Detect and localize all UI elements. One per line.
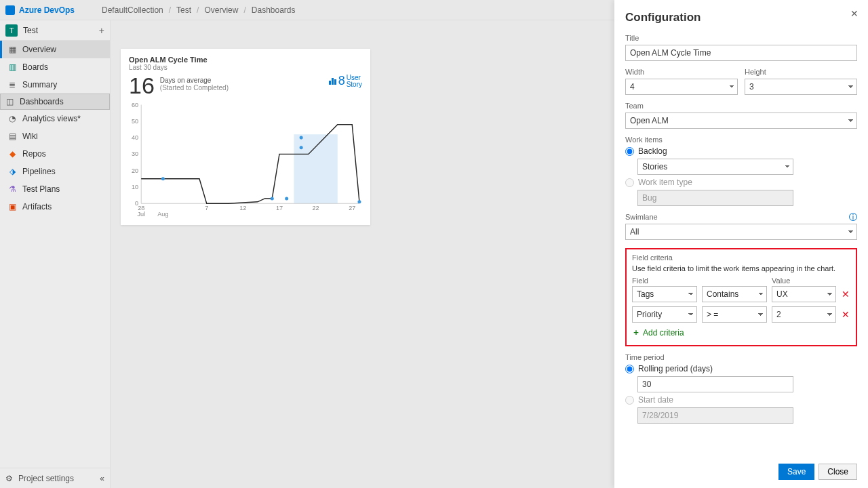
start-date-input — [637, 407, 793, 424]
label-swimlane: Swimlanei — [625, 213, 857, 221]
widget-title: Open ALM Cycle Time — [129, 56, 362, 64]
breadcrumb: DefaultCollection/ Test/ Overview/ Dashb… — [102, 5, 296, 15]
nav-wiki[interactable]: ▤Wiki — [0, 127, 110, 145]
nav-repos[interactable]: ◆Repos — [0, 145, 110, 163]
label-field-criteria: Field criteria — [632, 253, 850, 262]
boards-icon: ▥ — [7, 62, 17, 72]
label-width: Width — [625, 68, 738, 76]
widget-big-desc: Days on average (Started to Completed) — [160, 77, 229, 92]
header-right-slot — [595, 3, 614, 18]
criteria-op-select[interactable]: Contains — [702, 286, 767, 302]
field-criteria-desc: Use field criteria to limit the work ite… — [632, 264, 850, 272]
analytics-icon: ◔ — [7, 114, 17, 123]
nav-overview[interactable]: ▦Overview — [0, 41, 110, 58]
crumb-page[interactable]: Dashboards — [252, 5, 296, 15]
svg-text:40: 40 — [132, 134, 138, 141]
label-height: Height — [745, 68, 857, 76]
project-icon: T — [5, 24, 18, 37]
criteria-row: Tags Contains UX ✕ — [632, 286, 850, 302]
project-settings[interactable]: ⚙ Project settings « — [0, 468, 110, 488]
radio-start-date[interactable]: Start date — [625, 395, 857, 405]
criteria-value-select[interactable]: UX — [772, 286, 836, 302]
left-nav: T Test + ▦Overview ▥Boards ≣Summary ◫Das… — [0, 20, 111, 488]
close-icon[interactable]: ✕ — [850, 8, 859, 19]
label-time-period: Time period — [625, 353, 857, 361]
delete-criteria-icon[interactable]: ✕ — [841, 289, 850, 300]
cycle-time-widget[interactable]: Open ALM Cycle Time Last 30 days 16 Days… — [121, 49, 370, 225]
bars-icon — [329, 77, 337, 85]
nav-dashboards[interactable]: ◫Dashboards — [0, 94, 110, 110]
crumb-section[interactable]: Overview — [204, 5, 238, 15]
svg-point-23 — [357, 200, 361, 203]
brand-label[interactable]: Azure DevOps — [19, 5, 75, 15]
panel-title: Configuration — [625, 11, 857, 24]
label-workitems: Work items — [625, 136, 857, 144]
svg-text:60: 60 — [132, 102, 138, 108]
summary-icon: ≣ — [7, 80, 17, 89]
svg-point-19 — [271, 197, 274, 200]
criteria-field-select[interactable]: Priority — [632, 306, 697, 323]
plus-icon: ＋ — [632, 327, 640, 338]
svg-text:30: 30 — [132, 150, 138, 157]
save-button[interactable]: Save — [778, 464, 814, 480]
artifacts-icon: ▣ — [7, 202, 17, 211]
add-criteria-button[interactable]: ＋Add criteria — [632, 327, 850, 338]
cycle-time-chart: 010203040506028JulAug712172227 — [129, 101, 362, 220]
close-button[interactable]: Close — [818, 464, 857, 480]
radio-rolling[interactable]: Rolling period (days) — [625, 364, 857, 373]
radio-wit[interactable]: Work item type — [625, 178, 857, 187]
azure-devops-logo-icon — [5, 5, 15, 15]
svg-text:10: 10 — [132, 184, 138, 190]
project-selector[interactable]: T Test + — [0, 20, 110, 41]
svg-text:17: 17 — [276, 205, 283, 211]
svg-text:27: 27 — [349, 205, 355, 211]
crumb-collection[interactable]: DefaultCollection — [102, 5, 163, 15]
svg-text:12: 12 — [239, 205, 246, 211]
nav-analytics[interactable]: ◔Analytics views* — [0, 110, 110, 127]
height-select[interactable]: 3 — [745, 79, 857, 95]
criteria-row: Priority > = 2 ✕ — [632, 306, 850, 323]
svg-text:50: 50 — [132, 118, 138, 125]
nav-testplans[interactable]: ⚗Test Plans — [0, 180, 110, 198]
delete-criteria-icon[interactable]: ✕ — [841, 309, 850, 320]
widget-subtitle: Last 30 days — [129, 64, 362, 71]
collapse-nav-icon[interactable]: « — [100, 474, 104, 483]
nav-artifacts[interactable]: ▣Artifacts — [0, 198, 110, 216]
width-select[interactable]: 4 — [625, 79, 738, 95]
nav-boards[interactable]: ▥Boards — [0, 58, 110, 76]
project-name: Test — [23, 26, 38, 35]
widget-big-number: 16 — [129, 74, 155, 97]
config-panel: ✕ Configuration Title Width 4 Height 3 T… — [614, 0, 868, 488]
wiki-icon: ▤ — [7, 131, 17, 141]
criteria-value-select[interactable]: 2 — [772, 306, 836, 323]
add-project-icon[interactable]: + — [99, 25, 104, 36]
team-select[interactable]: Open ALM — [625, 113, 857, 129]
criteria-op-select[interactable]: > = — [702, 306, 767, 323]
repos-icon: ◆ — [7, 149, 17, 159]
label-team: Team — [625, 102, 857, 110]
swimlane-select[interactable]: All — [625, 224, 857, 240]
radio-backlog[interactable]: Backlog — [625, 146, 857, 156]
svg-text:22: 22 — [313, 205, 319, 211]
backlog-select[interactable]: Stories — [637, 159, 793, 175]
pipelines-icon: ⬗ — [7, 167, 17, 176]
svg-text:Aug: Aug — [157, 211, 168, 218]
field-criteria-section: Field criteria Use field criteria to lim… — [625, 248, 857, 346]
criteria-field-select[interactable]: Tags — [632, 286, 697, 302]
dashboards-icon: ◫ — [5, 97, 14, 106]
svg-point-20 — [285, 197, 288, 200]
svg-text:20: 20 — [132, 167, 138, 174]
svg-rect-15 — [294, 134, 337, 203]
svg-point-22 — [300, 146, 303, 149]
info-icon[interactable]: i — [849, 213, 857, 221]
nav-summary[interactable]: ≣Summary — [0, 76, 110, 94]
title-input[interactable] — [625, 45, 857, 61]
testplans-icon: ⚗ — [7, 184, 17, 194]
svg-text:Jul: Jul — [137, 211, 145, 218]
rolling-days-input[interactable] — [637, 376, 793, 392]
crumb-project[interactable]: Test — [176, 5, 191, 15]
nav-pipelines[interactable]: ⬗Pipelines — [0, 163, 110, 180]
label-title: Title — [625, 34, 857, 42]
widget-count-badge[interactable]: 8 UserStory — [329, 74, 362, 88]
svg-point-18 — [161, 177, 165, 180]
